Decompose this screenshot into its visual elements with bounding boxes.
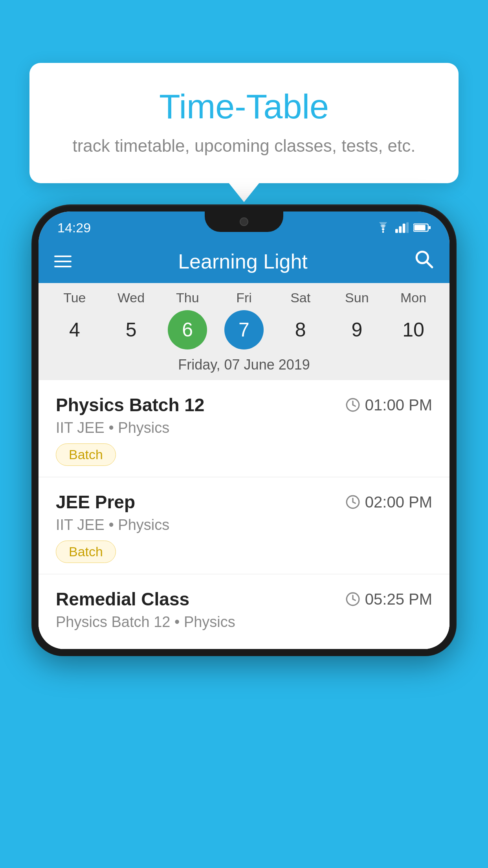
day-num-5[interactable]: 5 bbox=[112, 310, 151, 349]
camera-dot bbox=[240, 217, 248, 226]
calendar-week: Tue Wed Thu Fri Sat Sun Mon 4 5 6 7 8 9 … bbox=[39, 283, 449, 380]
schedule-item-1-sub: IIT JEE • Physics bbox=[56, 419, 432, 436]
day-num-6[interactable]: 6 bbox=[168, 310, 207, 349]
hamburger-menu-icon[interactable] bbox=[54, 256, 72, 267]
clock-icon-2 bbox=[345, 495, 360, 509]
status-icons bbox=[376, 222, 431, 233]
schedule-item-2-title: JEE Prep bbox=[56, 491, 135, 513]
schedule-item-1-time: 01:00 PM bbox=[345, 396, 432, 414]
toolbar-title: Learning Light bbox=[178, 250, 308, 273]
tooltip-title: Time-Table bbox=[53, 86, 435, 127]
schedule-item-3-time: 05:25 PM bbox=[345, 590, 432, 608]
schedule-item-3-sub: Physics Batch 12 • Physics bbox=[56, 614, 432, 631]
day-numbers: 4 5 6 7 8 9 10 bbox=[46, 305, 442, 353]
schedule-item-3-header: Remedial Class 05:25 PM bbox=[56, 588, 432, 610]
svg-rect-7 bbox=[429, 226, 431, 229]
svg-rect-3 bbox=[403, 224, 405, 233]
day-header-sat: Sat bbox=[277, 290, 324, 305]
tooltip-subtitle: track timetable, upcoming classes, tests… bbox=[53, 136, 435, 156]
day-num-7[interactable]: 7 bbox=[224, 310, 264, 349]
phone-outer: 14:29 bbox=[31, 204, 457, 656]
phone-notch bbox=[205, 211, 283, 232]
svg-rect-1 bbox=[395, 229, 398, 233]
schedule-item-3[interactable]: Remedial Class 05:25 PM Physics Batch 12… bbox=[39, 574, 449, 649]
phone-screen: 14:29 bbox=[39, 211, 449, 649]
schedule-list: Physics Batch 12 01:00 PM IIT JEE • Phys… bbox=[39, 380, 449, 649]
svg-point-0 bbox=[382, 231, 384, 233]
day-header-wed: Wed bbox=[108, 290, 155, 305]
batch-badge-1: Batch bbox=[56, 443, 116, 466]
svg-rect-4 bbox=[406, 222, 409, 233]
batch-badge-2: Batch bbox=[56, 541, 116, 563]
svg-line-9 bbox=[427, 262, 432, 267]
day-num-10[interactable]: 10 bbox=[394, 310, 433, 349]
day-header-sun: Sun bbox=[333, 290, 380, 305]
day-num-9[interactable]: 9 bbox=[337, 310, 376, 349]
clock-icon-1 bbox=[345, 397, 360, 412]
day-num-8[interactable]: 8 bbox=[281, 310, 320, 349]
day-header-tue: Tue bbox=[51, 290, 98, 305]
day-headers: Tue Wed Thu Fri Sat Sun Mon bbox=[46, 283, 442, 305]
schedule-item-1[interactable]: Physics Batch 12 01:00 PM IIT JEE • Phys… bbox=[39, 380, 449, 477]
schedule-item-2-sub: IIT JEE • Physics bbox=[56, 517, 432, 533]
schedule-item-1-header: Physics Batch 12 01:00 PM bbox=[56, 394, 432, 416]
schedule-item-2-time: 02:00 PM bbox=[345, 493, 432, 511]
day-header-thu: Thu bbox=[164, 290, 211, 305]
selected-date-label: Friday, 07 June 2019 bbox=[46, 353, 442, 380]
schedule-item-2[interactable]: JEE Prep 02:00 PM IIT JEE • Physics Batc… bbox=[39, 477, 449, 574]
schedule-item-3-title: Remedial Class bbox=[56, 588, 189, 610]
search-icon[interactable] bbox=[414, 249, 434, 274]
status-time: 14:29 bbox=[57, 220, 91, 235]
signal-icon bbox=[395, 222, 409, 233]
schedule-item-2-header: JEE Prep 02:00 PM bbox=[56, 491, 432, 513]
phone-wrapper: 14:29 bbox=[31, 204, 457, 868]
svg-rect-6 bbox=[414, 225, 425, 230]
app-toolbar: Learning Light bbox=[39, 240, 449, 283]
tooltip-card: Time-Table track timetable, upcoming cla… bbox=[29, 63, 459, 183]
clock-icon-3 bbox=[345, 592, 360, 607]
day-header-mon: Mon bbox=[390, 290, 437, 305]
svg-rect-2 bbox=[399, 226, 402, 233]
schedule-item-1-title: Physics Batch 12 bbox=[56, 394, 204, 416]
day-header-fri: Fri bbox=[220, 290, 268, 305]
battery-icon bbox=[413, 223, 431, 233]
day-num-4[interactable]: 4 bbox=[55, 310, 94, 349]
wifi-icon bbox=[376, 222, 391, 233]
